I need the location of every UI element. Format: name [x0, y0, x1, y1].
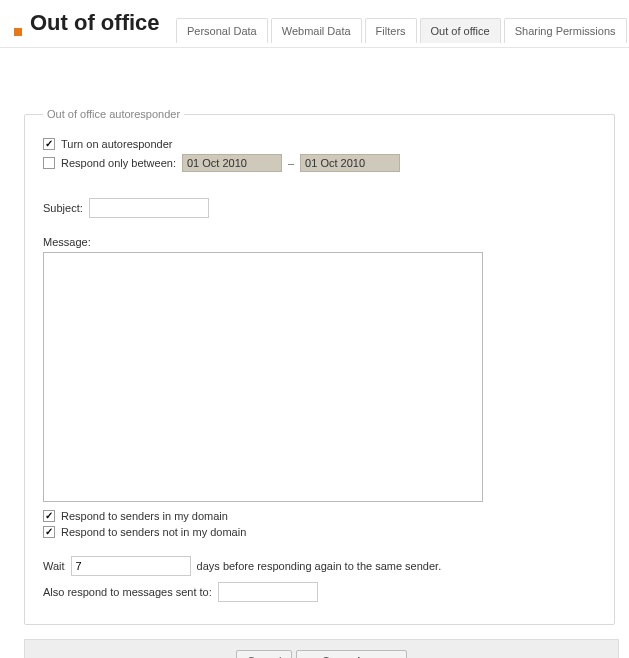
tab-filters[interactable]: Filters — [365, 18, 417, 43]
tab-out-of-office[interactable]: Out of office — [420, 18, 501, 43]
page-header: Out of office Personal Data Webmail Data… — [0, 0, 629, 48]
tab-personal-data[interactable]: Personal Data — [176, 18, 268, 43]
respond-in-domain-row: Respond to senders in my domain — [43, 510, 596, 522]
turn-on-row: Turn on autoresponder — [43, 138, 596, 150]
respond-between-checkbox[interactable] — [43, 157, 55, 169]
date-range-dash: – — [288, 157, 294, 169]
turn-on-label: Turn on autoresponder — [61, 138, 173, 150]
tabs: Personal Data Webmail Data Filters Out o… — [176, 18, 629, 43]
also-respond-row: Also respond to messages sent to: — [43, 582, 596, 602]
date-from-input[interactable] — [182, 154, 282, 172]
respond-between-row: Respond only between: – — [43, 154, 596, 172]
wait-row: Wait days before responding again to the… — [43, 556, 596, 576]
also-respond-input[interactable] — [218, 582, 318, 602]
wait-suffix: days before responding again to the same… — [197, 560, 442, 572]
subject-input[interactable] — [89, 198, 209, 218]
respond-not-in-domain-checkbox[interactable] — [43, 526, 55, 538]
wait-prefix: Wait — [43, 560, 65, 572]
settings-panel: Out of office autoresponder Turn on auto… — [24, 108, 615, 625]
autoresponder-fieldset: Out of office autoresponder Turn on auto… — [24, 108, 615, 625]
page-title: Out of office — [30, 10, 160, 36]
subject-row: Subject: — [43, 198, 596, 218]
tab-sharing-permissions[interactable]: Sharing Permissions — [504, 18, 627, 43]
turn-on-checkbox[interactable] — [43, 138, 55, 150]
respond-not-in-domain-label: Respond to senders not in my domain — [61, 526, 246, 538]
save-button[interactable]: >> Save changes — [296, 650, 407, 658]
respond-not-in-domain-row: Respond to senders not in my domain — [43, 526, 596, 538]
wait-days-input[interactable] — [71, 556, 191, 576]
fieldset-legend: Out of office autoresponder — [43, 108, 184, 120]
also-respond-label: Also respond to messages sent to: — [43, 586, 212, 598]
respond-between-label: Respond only between: — [61, 157, 176, 169]
message-textarea[interactable] — [43, 252, 483, 502]
title-bullet-icon — [14, 28, 22, 36]
tab-webmail-data[interactable]: Webmail Data — [271, 18, 362, 43]
date-to-input[interactable] — [300, 154, 400, 172]
cancel-button[interactable]: Cancel — [236, 650, 292, 658]
respond-in-domain-checkbox[interactable] — [43, 510, 55, 522]
respond-in-domain-label: Respond to senders in my domain — [61, 510, 228, 522]
message-label: Message: — [43, 236, 596, 248]
subject-label: Subject: — [43, 202, 83, 214]
action-bar: Cancel >> Save changes — [24, 639, 619, 658]
